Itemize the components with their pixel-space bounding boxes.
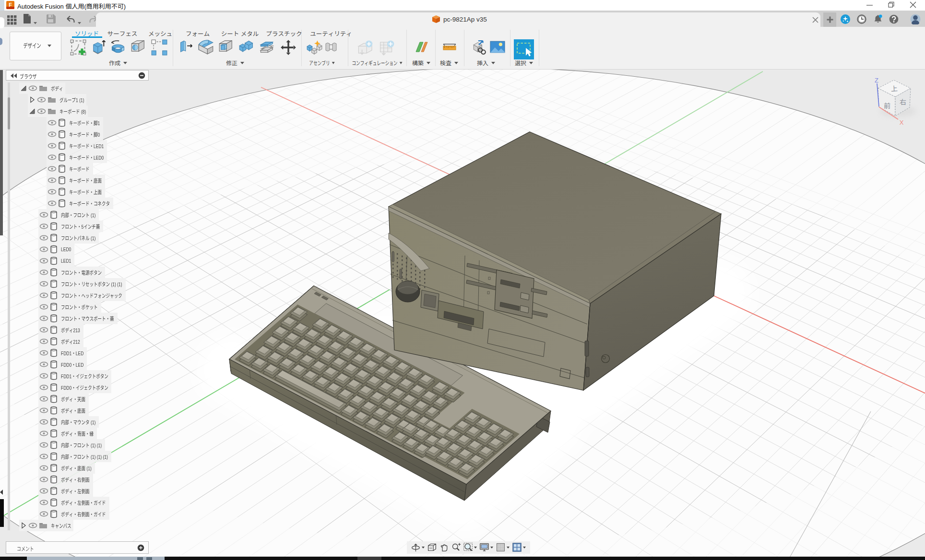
svg-text:X: X [900, 119, 904, 126]
svg-text:上: 上 [890, 85, 898, 93]
svg-text:Z: Z [875, 77, 878, 84]
svg-text:前: 前 [884, 102, 890, 110]
svg-text:右: 右 [900, 98, 906, 106]
